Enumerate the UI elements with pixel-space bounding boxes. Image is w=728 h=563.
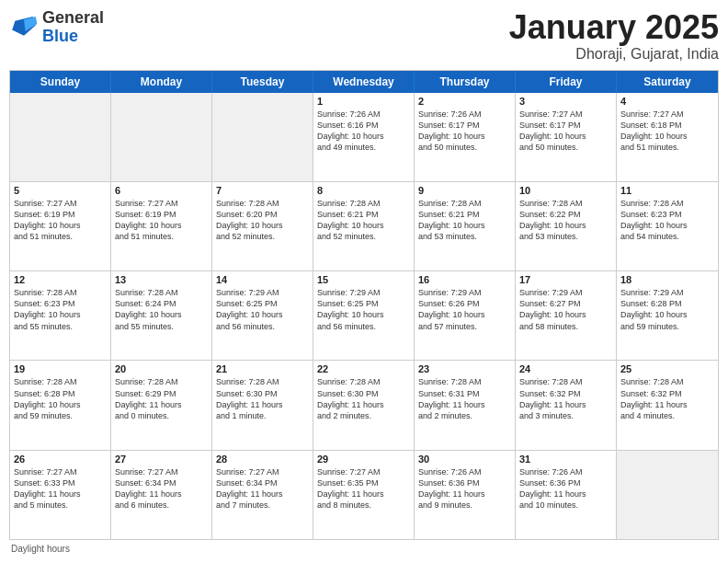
- cell-info-line: Sunset: 6:24 PM: [115, 298, 208, 309]
- calendar-cell: [617, 451, 718, 539]
- calendar-week-row: 5Sunrise: 7:27 AMSunset: 6:19 PMDaylight…: [10, 182, 718, 271]
- day-number: 7: [216, 185, 309, 196]
- day-number: 1: [317, 96, 410, 107]
- cell-info-line: Sunrise: 7:28 AM: [418, 198, 511, 209]
- page: General Blue January 2025 Dhoraji, Gujar…: [0, 0, 728, 563]
- cell-info-line: Daylight: 11 hours: [14, 488, 107, 500]
- calendar-header-cell: Friday: [516, 71, 617, 93]
- calendar-cell: [10, 93, 111, 181]
- calendar-cell: 17Sunrise: 7:29 AMSunset: 6:27 PMDayligh…: [516, 271, 617, 360]
- cell-info-line: and 53 minutes.: [519, 231, 612, 242]
- cell-info-line: Sunset: 6:19 PM: [14, 209, 107, 220]
- day-number: 26: [14, 454, 107, 465]
- cell-info-line: Daylight: 11 hours: [418, 399, 511, 410]
- footer-label: Daylight hours: [11, 544, 70, 554]
- calendar-cell: 2Sunrise: 7:26 AMSunset: 6:17 PMDaylight…: [415, 93, 516, 181]
- calendar-cell: 28Sunrise: 7:27 AMSunset: 6:34 PMDayligh…: [212, 451, 313, 539]
- cell-info-line: Sunset: 6:18 PM: [620, 120, 714, 131]
- cell-info-line: Sunrise: 7:28 AM: [115, 376, 208, 387]
- cell-info-line: Sunset: 6:30 PM: [317, 388, 410, 399]
- calendar-week-row: 26Sunrise: 7:27 AMSunset: 6:33 PMDayligh…: [10, 451, 718, 539]
- cell-info-line: Sunrise: 7:28 AM: [519, 198, 612, 209]
- cell-info-line: Sunrise: 7:26 AM: [519, 466, 612, 477]
- day-number: 28: [216, 454, 309, 465]
- cell-info-line: Daylight: 10 hours: [418, 309, 511, 320]
- calendar-cell: 27Sunrise: 7:27 AMSunset: 6:34 PMDayligh…: [111, 451, 212, 539]
- logo-text: General Blue: [42, 9, 104, 46]
- cell-info-line: Sunset: 6:22 PM: [519, 209, 612, 220]
- cell-info-line: Sunrise: 7:27 AM: [115, 198, 208, 209]
- cell-info-line: Sunrise: 7:29 AM: [418, 287, 511, 298]
- cell-info-line: Sunrise: 7:28 AM: [620, 198, 714, 209]
- cell-info-line: and 2 minutes.: [317, 410, 410, 421]
- day-number: 17: [519, 274, 612, 285]
- cell-info-line: Sunset: 6:21 PM: [317, 209, 410, 220]
- cell-info-line: Daylight: 10 hours: [519, 220, 612, 231]
- day-number: 8: [317, 185, 410, 196]
- cell-info-line: Sunset: 6:36 PM: [519, 477, 612, 488]
- cell-info-line: Sunset: 6:28 PM: [620, 298, 714, 309]
- cell-info-line: and 59 minutes.: [620, 321, 714, 332]
- calendar-header-cell: Thursday: [415, 71, 516, 93]
- cell-info-line: Sunset: 6:30 PM: [216, 388, 309, 399]
- cell-info-line: Sunset: 6:23 PM: [14, 298, 107, 309]
- cell-info-line: and 52 minutes.: [216, 231, 309, 242]
- cell-info-line: Daylight: 11 hours: [216, 399, 309, 410]
- cell-info-line: and 56 minutes.: [216, 321, 309, 332]
- subtitle: Dhoraji, Gujarat, India: [509, 46, 719, 63]
- cell-info-line: Sunset: 6:34 PM: [115, 477, 208, 488]
- cell-info-line: Sunrise: 7:28 AM: [14, 376, 107, 387]
- calendar-cell: 9Sunrise: 7:28 AMSunset: 6:21 PMDaylight…: [415, 182, 516, 270]
- cell-info-line: Sunset: 6:25 PM: [216, 298, 309, 309]
- calendar-week-row: 1Sunrise: 7:26 AMSunset: 6:16 PMDaylight…: [10, 93, 718, 182]
- cell-info-line: Daylight: 10 hours: [519, 131, 612, 142]
- calendar-cell: 12Sunrise: 7:28 AMSunset: 6:23 PMDayligh…: [10, 271, 111, 360]
- cell-info-line: Sunset: 6:36 PM: [418, 477, 511, 488]
- day-number: 21: [216, 363, 309, 374]
- cell-info-line: and 57 minutes.: [418, 321, 511, 332]
- day-number: 25: [620, 363, 714, 374]
- cell-info-line: Sunset: 6:20 PM: [216, 209, 309, 220]
- cell-info-line: Sunrise: 7:28 AM: [620, 376, 714, 387]
- cell-info-line: Daylight: 10 hours: [317, 131, 410, 142]
- cell-info-line: and 5 minutes.: [14, 500, 107, 511]
- day-number: 5: [14, 185, 107, 196]
- day-number: 11: [620, 185, 714, 196]
- cell-info-line: Sunrise: 7:28 AM: [216, 376, 309, 387]
- cell-info-line: and 56 minutes.: [317, 321, 410, 332]
- cell-info-line: and 53 minutes.: [418, 231, 511, 242]
- cell-info-line: Daylight: 11 hours: [418, 488, 511, 500]
- calendar-cell: 26Sunrise: 7:27 AMSunset: 6:33 PMDayligh…: [10, 451, 111, 539]
- cell-info-line: and 59 minutes.: [14, 410, 107, 421]
- calendar-cell: [111, 93, 212, 181]
- cell-info-line: Sunrise: 7:28 AM: [317, 198, 410, 209]
- day-number: 2: [418, 96, 511, 107]
- cell-info-line: Daylight: 10 hours: [216, 220, 309, 231]
- cell-info-line: Daylight: 11 hours: [620, 399, 714, 410]
- calendar-cell: 5Sunrise: 7:27 AMSunset: 6:19 PMDaylight…: [10, 182, 111, 270]
- calendar-cell: 13Sunrise: 7:28 AMSunset: 6:24 PMDayligh…: [111, 271, 212, 360]
- cell-info-line: Sunrise: 7:27 AM: [115, 466, 208, 477]
- day-number: 22: [317, 363, 410, 374]
- day-number: 9: [418, 185, 511, 196]
- cell-info-line: Sunrise: 7:27 AM: [14, 198, 107, 209]
- cell-info-line: Daylight: 10 hours: [620, 220, 714, 231]
- cell-info-line: Daylight: 11 hours: [115, 399, 208, 410]
- calendar-cell: 24Sunrise: 7:28 AMSunset: 6:32 PMDayligh…: [516, 361, 617, 449]
- cell-info-line: Sunset: 6:34 PM: [216, 477, 309, 488]
- calendar-header-cell: Tuesday: [212, 71, 313, 93]
- calendar-cell: 23Sunrise: 7:28 AMSunset: 6:31 PMDayligh…: [415, 361, 516, 449]
- cell-info-line: Sunset: 6:23 PM: [620, 209, 714, 220]
- cell-info-line: Sunset: 6:26 PM: [418, 298, 511, 309]
- day-number: 29: [317, 454, 410, 465]
- calendar-cell: 29Sunrise: 7:27 AMSunset: 6:35 PMDayligh…: [313, 451, 415, 539]
- cell-info-line: Sunset: 6:35 PM: [317, 477, 410, 488]
- cell-info-line: Daylight: 11 hours: [216, 488, 309, 500]
- cell-info-line: Sunset: 6:31 PM: [418, 388, 511, 399]
- cell-info-line: and 51 minutes.: [14, 231, 107, 242]
- cell-info-line: Daylight: 10 hours: [620, 309, 714, 320]
- cell-info-line: Daylight: 10 hours: [317, 309, 410, 320]
- cell-info-line: Daylight: 10 hours: [115, 220, 208, 231]
- cell-info-line: Daylight: 11 hours: [519, 399, 612, 410]
- calendar: SundayMondayTuesdayWednesdayThursdayFrid…: [9, 70, 719, 540]
